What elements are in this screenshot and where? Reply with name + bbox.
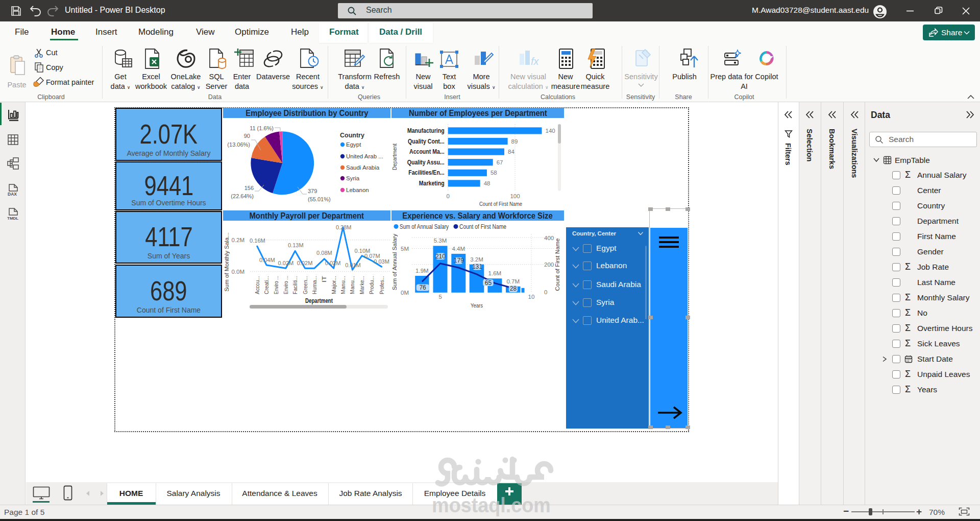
svg-text:4.4M: 4.4M [452,246,465,252]
svg-text:Manufacturing: Manufacturing [407,127,445,134]
svg-text:Manu...: Manu... [349,276,355,294]
svg-text:0M: 0M [401,290,409,296]
svg-text:210: 210 [435,253,446,260]
svg-text:379: 379 [308,188,317,194]
svg-text:11 (1.6%): 11 (1.6%) [250,125,274,131]
svg-text:Huma...: Huma... [311,276,317,294]
svg-text:Saudi Arabia: Saudi Arabia [346,164,380,171]
svg-text:Country: Country [340,132,364,139]
svg-text:Sum of Annual Salary: Sum of Annual Salary [400,223,449,230]
svg-text:140: 140 [546,128,555,134]
svg-text:Accou...: Accou... [254,276,260,294]
svg-text:DAX: DAX [8,192,17,197]
svg-text:IT: IT [321,276,327,282]
svg-text:89: 89 [511,138,518,145]
svg-text:0.16M: 0.16M [250,238,265,244]
svg-text:3.2M: 3.2M [470,256,483,263]
svg-text:84: 84 [508,149,514,155]
svg-text:TMDL: TMDL [7,216,18,221]
svg-text:0.28M: 0.28M [336,224,352,230]
svg-text:5M: 5M [401,246,409,252]
svg-text:Marketing: Marketing [419,180,445,186]
svg-text:5: 5 [438,294,442,300]
svg-text:(22.64%): (22.64%) [231,193,254,199]
svg-text:United Arab ...: United Arab ... [346,153,383,159]
svg-text:200: 200 [544,262,554,268]
svg-text:156: 156 [244,185,254,191]
svg-text:0: 0 [446,193,449,199]
svg-text:Department: Department [305,297,333,304]
svg-text:48: 48 [484,180,491,186]
svg-text:0.13M: 0.13M [288,242,304,248]
svg-text:Years: Years [471,302,483,309]
svg-text:65: 65 [485,279,492,287]
svg-text:28: 28 [510,285,517,292]
svg-text:5.3M: 5.3M [434,238,447,244]
svg-text:Count of First Name: Count of First Name [554,239,560,291]
svg-text:Egypt: Egypt [346,141,361,148]
svg-text:76: 76 [419,284,426,291]
svg-text:10: 10 [528,294,535,300]
svg-text:0.02M: 0.02M [325,260,341,266]
svg-text:67: 67 [497,159,503,165]
svg-text:100: 100 [510,193,520,199]
svg-text:Count of First Name: Count of First Name [459,223,506,230]
svg-text:1.6M: 1.6M [488,270,502,276]
svg-text:Enviro ...: Enviro ... [273,276,279,294]
svg-text:0.01M: 0.01M [345,262,361,268]
svg-text:0.02M: 0.02M [297,260,313,266]
svg-text:Faciliti...: Faciliti... [292,276,298,294]
svg-text:90: 90 [244,133,250,139]
svg-text:0.7M: 0.7M [506,278,520,285]
svg-text:0.02M: 0.02M [278,260,294,266]
svg-text:Account Ma...: Account Ma... [409,149,445,155]
svg-text:(13.06%): (13.06%) [227,141,250,148]
svg-text:Marke...: Marke... [359,276,365,294]
svg-text:Sum of Annual Salary: Sum of Annual Salary [391,233,398,290]
svg-text:400: 400 [544,235,554,241]
svg-text:1.9M: 1.9M [415,268,429,274]
svg-text:Manu...: Manu... [340,276,346,294]
svg-text:0.04M: 0.04M [259,257,275,263]
svg-text:Produ...: Produ... [369,276,375,294]
svg-text:Department: Department [391,143,398,170]
svg-text:0.07M: 0.07M [364,253,380,259]
svg-text:Green...: Green... [302,276,308,294]
svg-text:Count of First Name: Count of First Name [479,201,522,207]
svg-text:Lebanon: Lebanon [346,187,369,193]
svg-text:Facilities/En...: Facilities/En... [408,170,444,176]
svg-text:Quality Cont...: Quality Cont... [408,138,445,145]
svg-text:0.03M: 0.03M [374,258,389,265]
svg-text:Sum of Monthly Sala...: Sum of Monthly Sala... [224,232,230,292]
svg-text:Profes...: Profes... [379,276,385,294]
svg-text:179: 179 [454,257,464,264]
svg-text:Syria: Syria [346,175,360,181]
svg-text:58: 58 [491,170,497,176]
svg-text:fx: fx [531,56,540,67]
svg-text:0.08M: 0.08M [316,250,332,256]
svg-text:Major...: Major... [331,276,337,294]
svg-text:0.0M: 0.0M [231,269,244,275]
svg-text:Creati...: Creati... [263,276,270,294]
svg-text:0.2M: 0.2M [231,237,244,243]
svg-text:131: 131 [472,263,482,270]
svg-text:(55.01%): (55.01%) [308,196,331,202]
svg-text:Quality Assu...: Quality Assu... [407,159,445,165]
svg-text:Enviro ...: Enviro ... [283,276,289,294]
svg-text:0: 0 [544,289,547,295]
